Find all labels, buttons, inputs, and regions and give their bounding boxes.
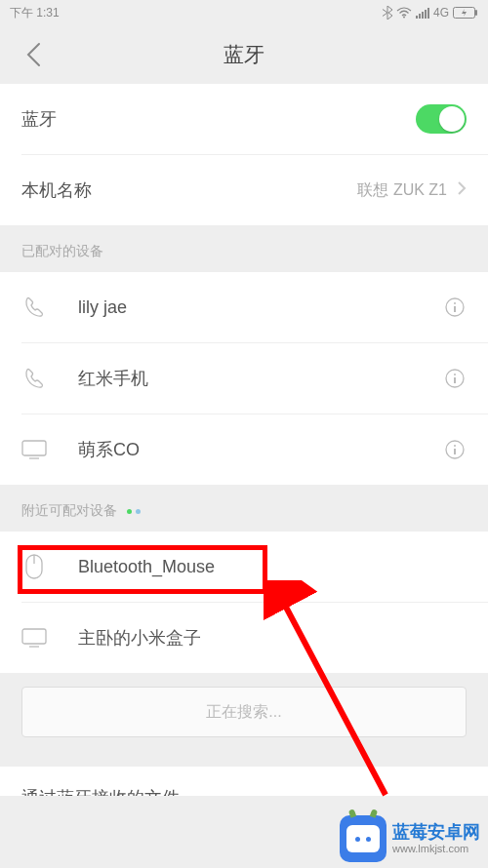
svg-rect-14 (22, 441, 46, 455)
scanning-indicator (127, 509, 141, 514)
svg-rect-5 (427, 8, 429, 19)
network-label: 4G (433, 6, 449, 20)
bluetooth-label: 蓝牙 (21, 107, 416, 131)
battery-icon (453, 7, 478, 19)
available-devices-list: Bluetooth_Mouse 主卧的小米盒子 (0, 532, 488, 673)
paired-devices-list: lily jae 红米手机 萌系CO (0, 272, 488, 485)
svg-point-17 (454, 445, 456, 447)
status-bar: 下午 1:31 4G (0, 0, 488, 25)
display-icon (21, 437, 47, 462)
mouse-icon (21, 554, 47, 579)
svg-rect-3 (422, 12, 424, 19)
available-device-row[interactable]: 主卧的小米盒子 (0, 603, 488, 673)
chevron-left-icon (25, 42, 41, 67)
svg-rect-7 (475, 10, 477, 16)
device-name: Bluetooth_Mouse (78, 557, 467, 577)
bluetooth-toggle-row[interactable]: 蓝牙 (0, 84, 488, 154)
bluetooth-icon (383, 6, 392, 20)
received-files-row[interactable]: 通过蓝牙接收的文件 (0, 767, 488, 796)
info-button[interactable] (443, 367, 467, 390)
svg-point-12 (454, 374, 456, 375)
device-name: lily jae (78, 297, 443, 318)
device-name-row[interactable]: 本机名称 联想 ZUK Z1 (0, 155, 488, 225)
signal-icon (416, 7, 429, 19)
bluetooth-toggle[interactable] (416, 104, 467, 134)
wifi-icon (396, 7, 412, 19)
watermark-icon (340, 815, 386, 862)
search-status-text: 正在搜索... (206, 702, 281, 723)
svg-rect-2 (419, 14, 421, 19)
watermark: 蓝莓安卓网 www.lmkjst.com (340, 815, 480, 862)
device-name: 红米手机 (78, 367, 443, 390)
watermark-url: www.lmkjst.com (392, 843, 480, 855)
paired-device-row[interactable]: lily jae (0, 272, 488, 342)
paired-device-row[interactable]: 红米手机 (0, 343, 488, 414)
device-name: 萌系CO (78, 438, 443, 461)
svg-rect-4 (425, 10, 427, 19)
phone-icon (21, 295, 47, 320)
search-status-box: 正在搜索... (21, 687, 467, 737)
svg-rect-10 (454, 306, 456, 312)
header: 蓝牙 (0, 25, 488, 84)
info-button[interactable] (443, 438, 467, 461)
device-name: 主卧的小米盒子 (78, 626, 467, 650)
chevron-right-icon (457, 180, 467, 200)
paired-devices-header: 已配对的设备 (0, 225, 488, 272)
available-device-row[interactable]: Bluetooth_Mouse (0, 532, 488, 602)
phone-icon (21, 366, 47, 391)
device-name-value: 联想 ZUK Z1 (357, 180, 447, 201)
svg-point-9 (454, 302, 456, 304)
svg-rect-1 (416, 16, 418, 19)
back-button[interactable] (18, 39, 49, 70)
svg-point-0 (403, 17, 405, 19)
paired-device-row[interactable]: 萌系CO (0, 414, 488, 485)
display-icon (21, 625, 47, 651)
toggle-knob (439, 106, 465, 132)
status-indicators: 4G (383, 6, 478, 20)
page-title: 蓝牙 (224, 41, 264, 68)
svg-rect-18 (454, 449, 456, 454)
svg-rect-13 (454, 377, 456, 383)
watermark-title: 蓝莓安卓网 (392, 822, 480, 843)
svg-rect-21 (22, 629, 46, 644)
info-button[interactable] (443, 296, 467, 319)
device-name-label: 本机名称 (21, 178, 357, 202)
available-devices-header: 附近可配对设备 (0, 485, 488, 532)
status-time: 下午 1:31 (10, 5, 60, 21)
